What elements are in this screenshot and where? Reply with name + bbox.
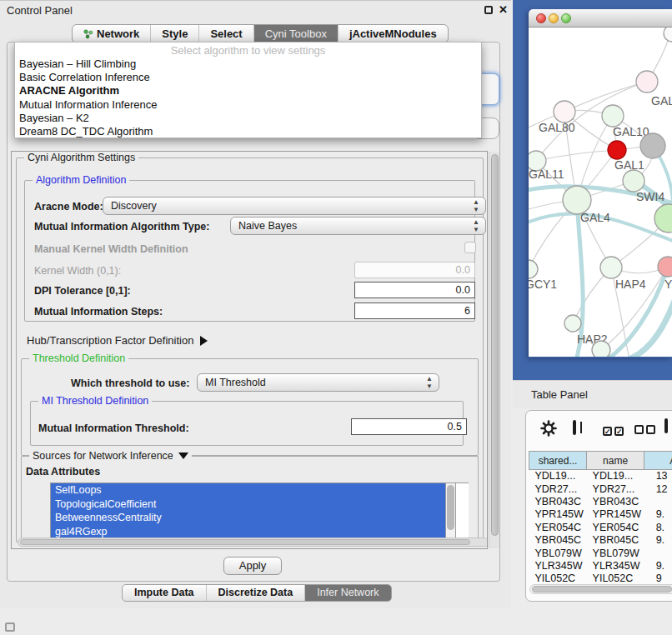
algorithm-option[interactable]: Mutual Information Inference	[15, 98, 481, 112]
aracne-mode-label: Aracne Mode:	[34, 201, 103, 212]
table-row[interactable]: YLR345WYLR345W9.	[529, 559, 672, 572]
network-node[interactable]	[564, 315, 581, 332]
mi-steps-field[interactable]: 6	[354, 302, 475, 319]
network-node[interactable]	[654, 204, 672, 232]
table-panel-title: Table Panel	[531, 388, 588, 401]
tab-impute-data[interactable]: Impute Data	[123, 585, 206, 601]
tab-network-label: Network	[97, 28, 139, 40]
mi-threshold-field[interactable]: 0.5	[351, 418, 467, 435]
table-panel-headerbar: Table Panel	[513, 380, 672, 408]
settings-horizontal-scrollbar[interactable]	[18, 538, 488, 547]
dpi-tolerance-field[interactable]: 0.0	[354, 282, 475, 298]
tab-infer-network[interactable]: Infer Network	[304, 585, 390, 601]
control-panel-tabs: Network Style Select Cyni Toolbox jActiv…	[72, 24, 449, 43]
attribute-item-selected[interactable]: gal4RGexp	[51, 525, 446, 538]
data-attributes-label: Data Attributes	[26, 466, 100, 478]
table-toolbar: ✓✓	[526, 411, 672, 448]
network-node[interactable]	[664, 28, 672, 42]
gear-icon[interactable]	[539, 419, 558, 440]
network-node-label: HAP4	[615, 278, 646, 291]
network-node[interactable]	[592, 341, 610, 357]
settings-vertical-scrollbar[interactable]	[489, 152, 499, 548]
network-node[interactable]	[600, 257, 622, 278]
mi-steps-label: Mutual Information Steps:	[34, 306, 163, 318]
network-window-titlebar[interactable]	[529, 9, 672, 28]
network-canvas[interactable]: GALGAL80GAL10GAL1GAL11SWI4GAL4GCY1HAP4YH…	[529, 28, 672, 357]
mi-algorithm-type-combo[interactable]: Naive Bayes ▲▼	[230, 217, 486, 235]
column-header-shared[interactable]: shared...	[529, 452, 587, 470]
cyni-algorithm-settings-title: Cyni Algorithm Settings	[24, 152, 138, 163]
network-node[interactable]	[658, 257, 672, 277]
which-threshold-combo[interactable]: MI Threshold ▲▼	[197, 373, 439, 392]
cytoscape-desktop: GALGAL80GAL10GAL1GAL11SWI4GAL4GCY1HAP4YH…	[513, 0, 672, 380]
sources-title[interactable]: Sources for Network Inference	[29, 450, 192, 462]
network-node-label: GAL1	[614, 158, 644, 172]
table-row[interactable]: YBR043CYBR043C	[529, 495, 672, 508]
combo-arrows-icon: ▲▼	[473, 198, 479, 213]
table-row[interactable]: YDL19...YDL19...13	[529, 470, 672, 482]
manual-kernel-label: Manual Kernel Width Definition	[34, 243, 188, 255]
dpi-tolerance-label: DPI Tolerance [0,1]:	[34, 285, 131, 297]
show-columns-checked-icon[interactable]: ✓✓	[603, 425, 624, 437]
split-columns-icon[interactable]	[573, 422, 576, 433]
algorithm-option-selected[interactable]: ARACNE Algorithm	[15, 84, 481, 98]
algorithm-option[interactable]: Basic Correlation Inference	[15, 71, 481, 84]
network-node[interactable]	[602, 105, 624, 127]
mi-threshold-group-title: MI Threshold Definition	[38, 395, 152, 407]
table-row[interactable]: YBL079WYBL079W	[529, 547, 672, 559]
algorithm-option[interactable]: Dream8 DC_TDC Algorithm	[15, 125, 481, 138]
network-node[interactable]	[636, 71, 658, 92]
attribute-item-selected[interactable]: TopologicalCoefficient	[51, 498, 446, 512]
attribute-item-selected[interactable]: SelfLoops	[51, 483, 446, 498]
tab-jactivemnodules[interactable]: jActiveMNodules	[338, 25, 448, 42]
algorithm-option[interactable]: Bayesian – K2	[15, 112, 481, 125]
attribute-list-vertical-scrollbar[interactable]	[445, 482, 456, 538]
network-edge[interactable]	[536, 150, 617, 161]
table-row[interactable]: YDR27...YDR27...12	[529, 482, 672, 495]
minimize-window-icon[interactable]	[549, 13, 559, 23]
hub-definition-toggle[interactable]: Hub/Transcription Factor Definition	[27, 334, 208, 347]
tab-style[interactable]: Style	[150, 25, 198, 42]
aracne-mode-combo[interactable]: Discovery ▲▼	[103, 197, 486, 215]
control-panel-title: Control Panel	[7, 4, 73, 17]
collapsed-panel-icon[interactable]	[5, 622, 15, 632]
network-node[interactable]	[623, 170, 644, 192]
column-header-partial[interactable]: A	[644, 452, 672, 470]
network-edge-highlighted[interactable]	[624, 294, 672, 357]
network-node-label: GAL	[651, 94, 672, 108]
kernel-width-field: 0.0	[354, 262, 475, 278]
tab-network[interactable]: Network	[73, 25, 150, 42]
network-node[interactable]	[554, 101, 575, 122]
table-header-row: shared... name A	[529, 452, 672, 470]
new-table-icon[interactable]	[664, 420, 668, 432]
tab-cyni-toolbox[interactable]: Cyni Toolbox	[253, 25, 338, 42]
attribute-item-selected[interactable]: BetweennessCentrality	[51, 511, 446, 525]
network-node-label: GAL10	[613, 125, 649, 138]
network-node[interactable]	[563, 186, 591, 214]
manual-kernel-checkbox[interactable]	[464, 242, 476, 253]
which-threshold-label: Which threshold to use:	[71, 378, 189, 389]
close-panel-button[interactable]: ✕	[499, 3, 508, 16]
network-node-label: Y	[664, 278, 672, 291]
network-node-label: GAL11	[529, 168, 564, 181]
mi-algorithm-type-label: Mutual Information Algorithm Type:	[34, 221, 209, 232]
table-row[interactable]: YIL052CYIL052C9	[529, 572, 672, 585]
table-horizontal-scrollbar[interactable]	[529, 584, 672, 594]
apply-button[interactable]: Apply	[223, 557, 282, 575]
zoom-window-icon[interactable]	[561, 13, 571, 23]
float-window-button[interactable]	[484, 6, 493, 14]
algorithm-placeholder: Select algorithm to view settings	[15, 43, 481, 58]
network-node[interactable]	[529, 260, 538, 278]
table-row[interactable]: YBR045CYBR045C9.	[529, 533, 672, 546]
close-window-icon[interactable]	[536, 13, 546, 23]
table-row[interactable]: YER054CYER054C8.	[529, 521, 672, 533]
network-node[interactable]	[608, 141, 626, 159]
table-row[interactable]: YPR145WYPR145W9.	[529, 508, 672, 521]
control-panel-titlebar: Control Panel ✕	[0, 1, 511, 19]
hide-columns-unchecked-icon[interactable]	[634, 425, 655, 437]
tab-select[interactable]: Select	[198, 25, 253, 42]
column-header-name[interactable]: name	[587, 452, 644, 470]
algorithm-option[interactable]: Bayesian – Hill Climbing	[15, 58, 481, 71]
network-node[interactable]	[640, 133, 665, 158]
tab-discretize-data[interactable]: Discretize Data	[206, 585, 305, 601]
